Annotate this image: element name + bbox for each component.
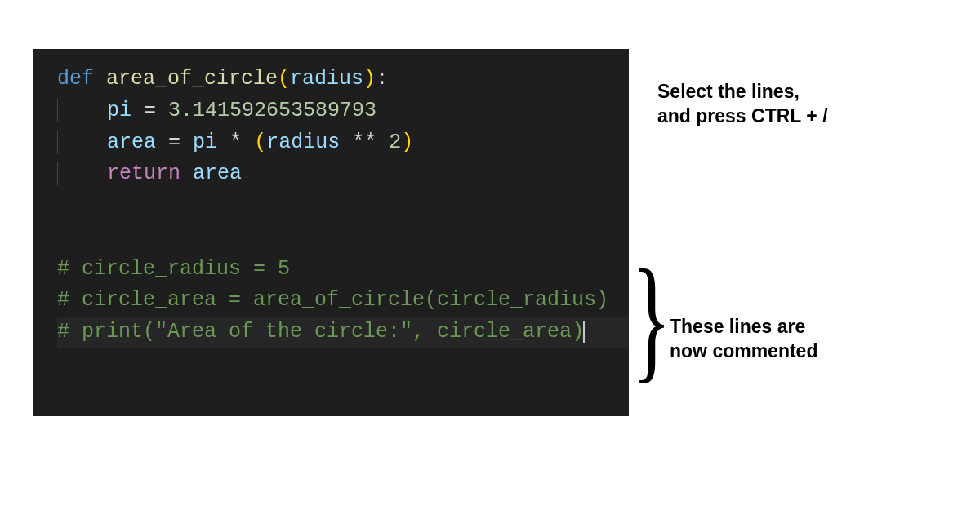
function-name: area_of_circle	[106, 67, 278, 91]
op-eq: =	[144, 99, 156, 122]
annotation-line: and press CTRL + /	[657, 104, 960, 129]
code-line-1: def area_of_circle(radius):	[57, 64, 629, 95]
comment-text: # circle_area = area_of_circle(circle_ra…	[57, 288, 608, 312]
keyword-return: return	[107, 162, 180, 185]
open-paren: (	[278, 67, 290, 91]
annotation-line: These lines are	[670, 315, 972, 339]
var-area-ref: area	[193, 162, 242, 185]
num-two: 2	[389, 131, 401, 154]
open-paren: (	[254, 131, 266, 154]
code-line-4: return area	[57, 158, 629, 190]
code-line-blank-2	[57, 222, 629, 254]
annotation-instruction: Select the lines, and press CTRL + /	[657, 80, 960, 129]
annotation-line: Select the lines,	[657, 80, 960, 104]
code-line-blank-1	[57, 190, 629, 222]
colon: :	[376, 67, 388, 91]
close-paren: )	[401, 131, 413, 154]
op-pow: **	[352, 131, 376, 154]
comment-text: # print(	[57, 320, 155, 343]
keyword-def: def	[57, 67, 94, 91]
code-line-2: pi = 3.141592653589793	[57, 95, 629, 127]
var-pi: pi	[107, 99, 131, 122]
close-paren: )	[363, 67, 376, 91]
code-line-comment-1: # circle_radius = 5	[57, 254, 629, 286]
var-pi-ref: pi	[193, 131, 217, 154]
comment-text: # circle_radius = 5	[57, 257, 290, 281]
code-line-comment-2: # circle_area = area_of_circle(circle_ra…	[57, 285, 629, 317]
string-literal: "Area of the circle:"	[155, 320, 412, 343]
code-editor: def area_of_circle(radius): pi = 3.14159…	[33, 49, 629, 416]
curly-brace-icon: }	[631, 249, 671, 388]
num-pi-value: 3.141592653589793	[168, 99, 376, 122]
code-line-comment-3: # print("Area of the circle:", circle_ar…	[57, 317, 629, 348]
comment-text: , circle_area)	[412, 320, 584, 343]
annotation-line: now commented	[670, 339, 972, 364]
var-radius-ref: radius	[266, 131, 340, 154]
var-area: area	[107, 131, 156, 154]
code-line-3: area = pi * (radius ** 2)	[57, 127, 629, 159]
op-mul: *	[229, 131, 242, 154]
text-cursor-icon	[583, 321, 585, 344]
op-eq: =	[168, 131, 180, 154]
annotation-result: These lines are now commented	[670, 315, 972, 364]
param-radius: radius	[290, 67, 363, 91]
